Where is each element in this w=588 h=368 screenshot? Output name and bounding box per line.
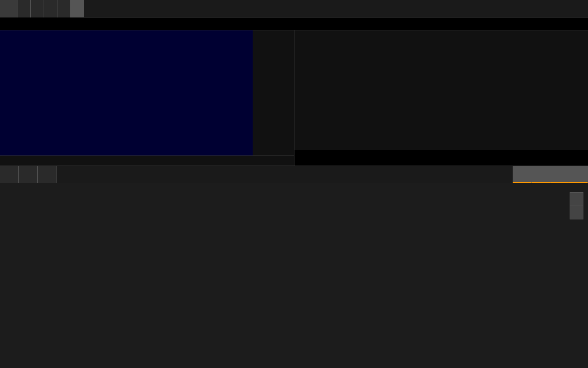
subtitle-bar [0, 17, 588, 30]
latest-alarm-button[interactable] [57, 0, 71, 17]
left-panel [0, 30, 294, 166]
next-button[interactable] [19, 166, 38, 184]
time-list-scroll[interactable] [253, 30, 294, 155]
identify-button[interactable] [569, 166, 588, 184]
plus30-button[interactable] [17, 0, 31, 17]
view-settings-button[interactable] [71, 0, 84, 17]
content-row [0, 30, 588, 166]
zoom-in-button[interactable] [570, 193, 583, 206]
previous-button[interactable] [0, 166, 19, 184]
zoom-controls [570, 192, 583, 219]
options-button[interactable] [531, 166, 550, 184]
close-button[interactable] [577, 0, 588, 17]
latest500-button[interactable] [44, 0, 57, 17]
kev-axis [0, 155, 294, 166]
action-bar [0, 166, 588, 183]
toolbar [0, 0, 588, 17]
right-panel [294, 30, 588, 166]
histogram-y-axis [294, 30, 317, 136]
sum-button[interactable] [38, 166, 57, 184]
save-button[interactable] [513, 166, 531, 184]
histogram-svg [317, 35, 583, 150]
histogram-area [294, 30, 588, 150]
open-new-tab-button[interactable] [550, 166, 569, 184]
time-list-container [253, 30, 294, 155]
gear-button[interactable] [0, 0, 17, 17]
spectrogram-canvas[interactable] [0, 30, 253, 155]
map-container[interactable] [0, 183, 588, 368]
histogram-x-axis [294, 150, 588, 164]
minus30-button[interactable] [31, 0, 44, 17]
zoom-out-button[interactable] [570, 206, 583, 219]
spectrogram-row [0, 30, 294, 155]
